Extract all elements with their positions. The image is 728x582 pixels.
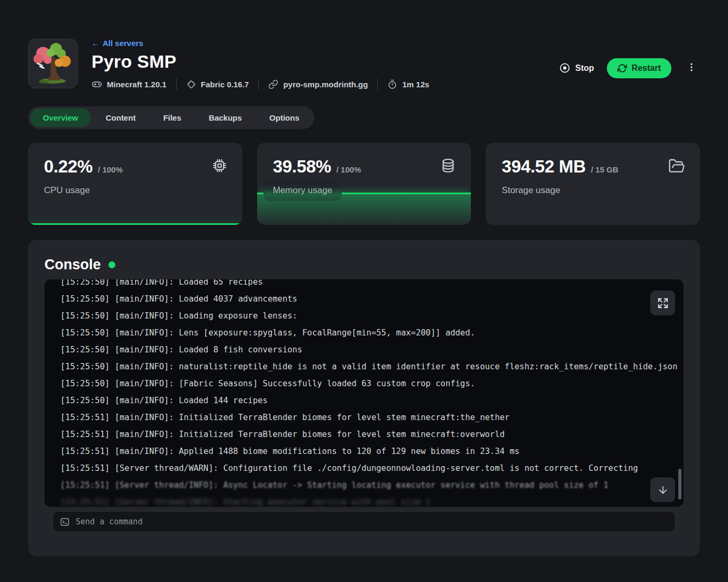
stat-card-memory-usage: 39.58%/ 100%Memory usage bbox=[257, 143, 471, 225]
stats-row: 0.22%/ 100%CPU usage39.58%/ 100%Memory u… bbox=[28, 143, 700, 225]
back-link-label: All servers bbox=[103, 39, 143, 48]
console-log: [15:25:50] [main/INFO]: Loaded 65 recipe… bbox=[44, 279, 684, 507]
server-meta-row: Minecraft 1.20.1Fabric 0.16.7pyro-smp.mo… bbox=[92, 78, 429, 90]
more-options-kebab-icon[interactable] bbox=[683, 58, 700, 78]
stat-value: 39.58% bbox=[273, 157, 331, 177]
stat-card-storage-usage: 394.52 MB/ 15 GBStorage usage bbox=[486, 143, 700, 225]
command-input[interactable] bbox=[76, 517, 668, 526]
page-title: Pyro SMP bbox=[92, 51, 429, 72]
cpu-icon bbox=[212, 158, 228, 176]
console-title-row: Console bbox=[44, 257, 684, 273]
console-line: [15:25:51] [Server thread/INFO]: Startin… bbox=[60, 494, 668, 507]
fabric-icon bbox=[186, 79, 196, 89]
stat-label: Storage usage bbox=[502, 185, 560, 196]
server-info: ← All servers Pyro SMP Minecraft 1.20.1F… bbox=[92, 39, 429, 90]
stop-button[interactable]: Stop bbox=[554, 58, 599, 78]
back-arrow-icon: ← bbox=[92, 39, 99, 48]
server-avatar bbox=[28, 39, 78, 88]
tab-bar: OverviewContentFilesBackupsOptions bbox=[28, 106, 314, 129]
console-line: [15:25:50] [main/INFO]: naturalist:repti… bbox=[60, 358, 668, 375]
stop-circle-icon bbox=[559, 62, 570, 74]
console-line: [15:25:51] [Server thread/INFO]: Async L… bbox=[60, 477, 668, 494]
terminal-prompt-icon bbox=[60, 517, 70, 527]
server-meta-item: Fabric 0.16.7 bbox=[186, 79, 249, 89]
usage-fill-area bbox=[28, 223, 242, 225]
stat-value: 394.52 MB bbox=[502, 157, 586, 177]
meta-divider bbox=[377, 78, 378, 90]
console-line: [15:25:51] [Server thread/WARN]: Configu… bbox=[60, 460, 668, 477]
console-line: [15:25:50] [main/INFO]: Loading exposure… bbox=[60, 307, 668, 324]
tab-files[interactable]: Files bbox=[150, 108, 194, 127]
console-line: [15:25:51] [main/INFO]: Initialized Terr… bbox=[60, 409, 668, 426]
stat-max: / 100% bbox=[98, 165, 123, 174]
console-line: [15:25:51] [main/INFO]: Applied 1488 bio… bbox=[60, 443, 668, 460]
restart-button[interactable]: Restart bbox=[607, 58, 671, 78]
meta-label: Minecraft 1.20.1 bbox=[107, 80, 167, 89]
scroll-to-bottom-button[interactable] bbox=[650, 477, 675, 502]
console-card: Console [15:25:50] [main/INFO]: Loaded 6… bbox=[28, 240, 700, 556]
database-icon bbox=[440, 158, 456, 176]
expand-icon bbox=[657, 297, 669, 309]
stat-max: / 100% bbox=[336, 165, 361, 174]
folder-icon bbox=[668, 158, 685, 177]
console-line: [15:25:50] [main/INFO]: [Fabric Seasons]… bbox=[60, 375, 668, 392]
restart-button-label: Restart bbox=[632, 63, 661, 73]
console-line: [15:25:50] [main/INFO]: Lens [exposure:s… bbox=[60, 324, 668, 341]
stat-content: 0.22%/ 100%CPU usage bbox=[28, 143, 242, 210]
server-page: ← All servers Pyro SMP Minecraft 1.20.1F… bbox=[0, 0, 728, 577]
meta-divider bbox=[176, 78, 177, 90]
stopwatch-icon bbox=[387, 79, 397, 89]
tab-backups[interactable]: Backups bbox=[196, 108, 255, 127]
all-servers-back-link[interactable]: ← All servers bbox=[92, 39, 143, 48]
console-line: [15:25:50] [main/INFO]: Loaded 4037 adva… bbox=[60, 290, 668, 307]
console-line: [15:25:50] [main/INFO]: Loaded 65 recipe… bbox=[60, 279, 668, 290]
stat-label: Memory usage bbox=[263, 180, 342, 201]
stat-label: CPU usage bbox=[44, 185, 90, 196]
console-terminal[interactable]: [15:25:50] [main/INFO]: Loaded 65 recipe… bbox=[44, 279, 684, 507]
command-input-row bbox=[52, 511, 676, 532]
meta-label: pyro-smp.modrinth.gg bbox=[283, 80, 368, 89]
online-status-dot bbox=[108, 261, 115, 268]
stop-button-label: Stop bbox=[575, 63, 594, 73]
restart-icon bbox=[617, 63, 627, 73]
seasons-tree-icon bbox=[29, 39, 77, 88]
meta-divider bbox=[258, 78, 259, 90]
console-title: Console bbox=[44, 257, 101, 273]
server-meta-item: 1m 12s bbox=[387, 79, 429, 89]
tab-options[interactable]: Options bbox=[257, 108, 312, 127]
server-header: ← All servers Pyro SMP Minecraft 1.20.1F… bbox=[28, 39, 700, 90]
meta-label: Fabric 0.16.7 bbox=[201, 80, 249, 89]
server-meta-item: Minecraft 1.20.1 bbox=[92, 79, 167, 89]
stat-content: 39.58%/ 100%Memory usage bbox=[257, 143, 471, 210]
stat-card-cpu-usage: 0.22%/ 100%CPU usage bbox=[28, 143, 242, 225]
console-line: [15:25:51] [main/INFO]: Initialized Terr… bbox=[60, 426, 668, 443]
tab-content[interactable]: Content bbox=[93, 108, 149, 127]
stat-max: / 15 GB bbox=[591, 165, 618, 174]
server-meta-item: pyro-smp.modrinth.gg bbox=[268, 79, 368, 89]
expand-console-button[interactable] bbox=[650, 290, 675, 315]
tab-overview[interactable]: Overview bbox=[30, 108, 91, 127]
console-line: [15:25:50] [main/INFO]: Loaded 8 fish co… bbox=[60, 341, 668, 358]
console-line: [15:25:50] [main/INFO]: Loaded 144 recip… bbox=[60, 392, 668, 409]
link-icon bbox=[268, 79, 278, 89]
console-scrollbar-thumb[interactable] bbox=[678, 469, 681, 499]
header-controls: Stop Restart bbox=[554, 58, 700, 78]
arrow-down-icon bbox=[657, 484, 669, 496]
stat-value: 0.22% bbox=[44, 157, 93, 177]
meta-label: 1m 12s bbox=[402, 80, 429, 89]
gamepad-icon bbox=[92, 79, 102, 89]
